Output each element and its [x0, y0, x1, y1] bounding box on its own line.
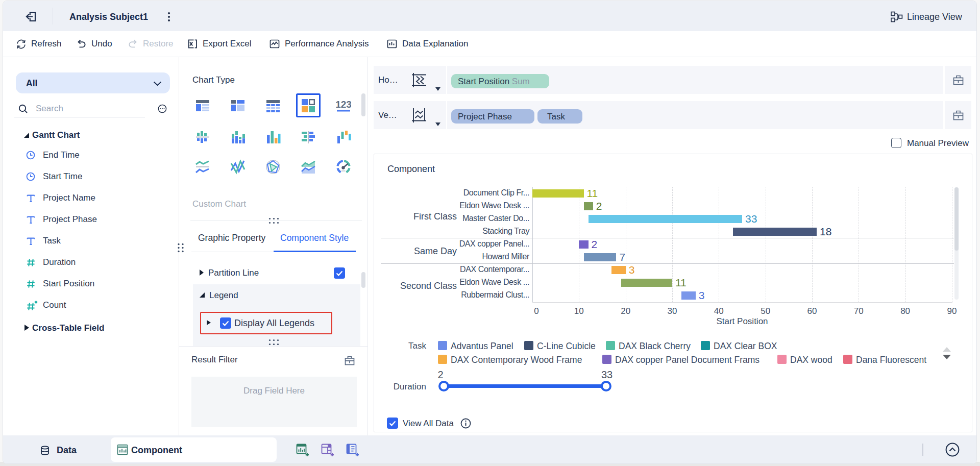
svg-text:123: 123 — [336, 99, 351, 110]
